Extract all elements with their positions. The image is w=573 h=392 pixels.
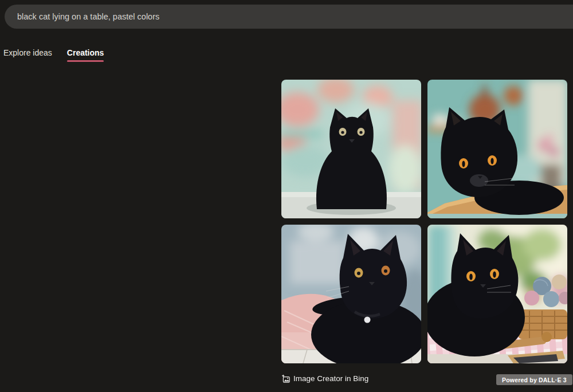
tab-explore-ideas-label: Explore ideas (3, 48, 52, 57)
cat-photo-3 (281, 225, 421, 363)
search-bar[interactable] (5, 5, 573, 29)
dalle-badge: Powered by DALL·E 3 (496, 374, 572, 385)
image-creator-credit: Image Creator in Bing (281, 374, 368, 383)
image-creator-icon (281, 374, 290, 383)
tab-creations[interactable]: Creations (67, 48, 104, 62)
tab-creations-label: Creations (67, 48, 104, 57)
tab-explore-ideas[interactable]: Explore ideas (3, 48, 52, 62)
tab-bar: Explore ideas Creations (3, 48, 104, 62)
cat-photo-2 (427, 80, 567, 218)
generated-image-1[interactable] (281, 80, 421, 218)
active-tab-underline (67, 60, 104, 62)
generated-image-2[interactable] (427, 80, 567, 218)
creations-grid (281, 80, 567, 363)
cat-photo-4 (427, 225, 567, 363)
search-input[interactable] (16, 11, 573, 22)
generated-image-3[interactable] (281, 225, 421, 363)
image-creator-credit-label: Image Creator in Bing (293, 374, 368, 383)
generated-image-4[interactable] (427, 225, 567, 363)
cat-photo-1 (281, 80, 421, 218)
